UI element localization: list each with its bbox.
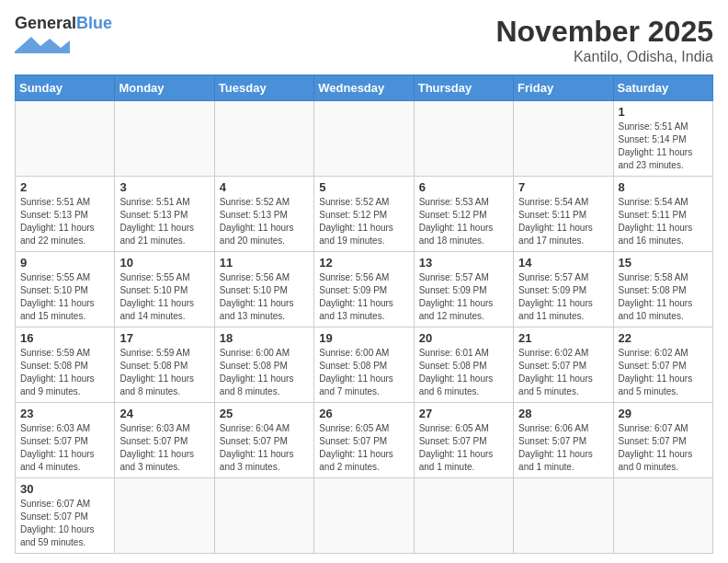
month-title: November 2025 (495, 15, 713, 49)
day-info-1: Sunrise: 5:51 AMSunset: 5:14 PMDaylight:… (619, 121, 708, 172)
empty-cell (16, 101, 115, 177)
day-28: 28 Sunrise: 6:06 AMSunset: 5:07 PMDaylig… (514, 403, 613, 478)
empty-cell (414, 478, 513, 554)
week-row-2: 2 Sunrise: 5:51 AMSunset: 5:13 PMDayligh… (16, 177, 713, 252)
header-sunday: Sunday (16, 75, 115, 101)
empty-cell (414, 101, 513, 177)
day-18: 18 Sunrise: 6:00 AMSunset: 5:08 PMDaylig… (214, 327, 313, 403)
empty-cell (214, 101, 313, 177)
day-number-1: 1 (619, 105, 708, 119)
header-thursday: Thursday (414, 75, 513, 101)
svg-marker-0 (15, 37, 70, 53)
header-saturday: Saturday (613, 75, 712, 101)
weekday-header-row: Sunday Monday Tuesday Wednesday Thursday… (16, 75, 713, 101)
empty-cell (613, 478, 712, 554)
week-row-4: 16 Sunrise: 5:59 AMSunset: 5:08 PMDaylig… (16, 327, 713, 403)
day-11: 11 Sunrise: 5:56 AMSunset: 5:10 PMDaylig… (214, 252, 313, 327)
day-8: 8 Sunrise: 5:54 AMSunset: 5:11 PMDayligh… (613, 177, 712, 252)
page-header: GeneralBlue November 2025 Kantilo, Odish… (15, 15, 713, 65)
empty-cell (314, 478, 414, 554)
logo-text: GeneralBlue (15, 15, 112, 33)
day-4: 4 Sunrise: 5:52 AMSunset: 5:13 PMDayligh… (214, 177, 313, 252)
header-friday: Friday (514, 75, 613, 101)
day-2: 2 Sunrise: 5:51 AMSunset: 5:13 PMDayligh… (16, 177, 115, 252)
empty-cell (115, 478, 214, 554)
logo-icon (15, 35, 70, 55)
calendar-table: Sunday Monday Tuesday Wednesday Thursday… (15, 75, 713, 554)
day-26: 26 Sunrise: 6:05 AMSunset: 5:07 PMDaylig… (314, 403, 414, 478)
header-monday: Monday (115, 75, 214, 101)
empty-cell (514, 101, 613, 177)
day-3: 3 Sunrise: 5:51 AMSunset: 5:13 PMDayligh… (115, 177, 214, 252)
day-19: 19 Sunrise: 6:00 AMSunset: 5:08 PMDaylig… (314, 327, 414, 403)
empty-cell (314, 101, 414, 177)
day-5: 5 Sunrise: 5:52 AMSunset: 5:12 PMDayligh… (314, 177, 414, 252)
week-row-6: 30 Sunrise: 6:07 AMSunset: 5:07 PMDaylig… (16, 478, 713, 554)
day-24: 24 Sunrise: 6:03 AMSunset: 5:07 PMDaylig… (115, 403, 214, 478)
week-row-5: 23 Sunrise: 6:03 AMSunset: 5:07 PMDaylig… (16, 403, 713, 478)
logo: GeneralBlue (15, 15, 112, 55)
day-10: 10 Sunrise: 5:55 AMSunset: 5:10 PMDaylig… (115, 252, 214, 327)
week-row-3: 9 Sunrise: 5:55 AMSunset: 5:10 PMDayligh… (16, 252, 713, 327)
day-14: 14 Sunrise: 5:57 AMSunset: 5:09 PMDaylig… (514, 252, 613, 327)
day-9: 9 Sunrise: 5:55 AMSunset: 5:10 PMDayligh… (16, 252, 115, 327)
day-13: 13 Sunrise: 5:57 AMSunset: 5:09 PMDaylig… (414, 252, 513, 327)
day-7: 7 Sunrise: 5:54 AMSunset: 5:11 PMDayligh… (514, 177, 613, 252)
day-1: 1 Sunrise: 5:51 AMSunset: 5:14 PMDayligh… (613, 101, 712, 177)
day-25: 25 Sunrise: 6:04 AMSunset: 5:07 PMDaylig… (214, 403, 313, 478)
day-21: 21 Sunrise: 6:02 AMSunset: 5:07 PMDaylig… (514, 327, 613, 403)
header-tuesday: Tuesday (214, 75, 313, 101)
day-16: 16 Sunrise: 5:59 AMSunset: 5:08 PMDaylig… (16, 327, 115, 403)
day-22: 22 Sunrise: 6:02 AMSunset: 5:07 PMDaylig… (613, 327, 712, 403)
location: Kantilo, Odisha, India (495, 49, 713, 65)
empty-cell (514, 478, 613, 554)
day-17: 17 Sunrise: 5:59 AMSunset: 5:08 PMDaylig… (115, 327, 214, 403)
day-27: 27 Sunrise: 6:05 AMSunset: 5:07 PMDaylig… (414, 403, 513, 478)
day-29: 29 Sunrise: 6:07 AMSunset: 5:07 PMDaylig… (613, 403, 712, 478)
day-15: 15 Sunrise: 5:58 AMSunset: 5:08 PMDaylig… (613, 252, 712, 327)
header-wednesday: Wednesday (314, 75, 414, 101)
day-6: 6 Sunrise: 5:53 AMSunset: 5:12 PMDayligh… (414, 177, 513, 252)
empty-cell (214, 478, 313, 554)
empty-cell (115, 101, 214, 177)
day-12: 12 Sunrise: 5:56 AMSunset: 5:09 PMDaylig… (314, 252, 414, 327)
day-30: 30 Sunrise: 6:07 AMSunset: 5:07 PMDaylig… (16, 478, 115, 554)
week-row-1: 1 Sunrise: 5:51 AMSunset: 5:14 PMDayligh… (16, 101, 713, 177)
day-20: 20 Sunrise: 6:01 AMSunset: 5:08 PMDaylig… (414, 327, 513, 403)
day-23: 23 Sunrise: 6:03 AMSunset: 5:07 PMDaylig… (16, 403, 115, 478)
title-area: November 2025 Kantilo, Odisha, India (495, 15, 713, 65)
